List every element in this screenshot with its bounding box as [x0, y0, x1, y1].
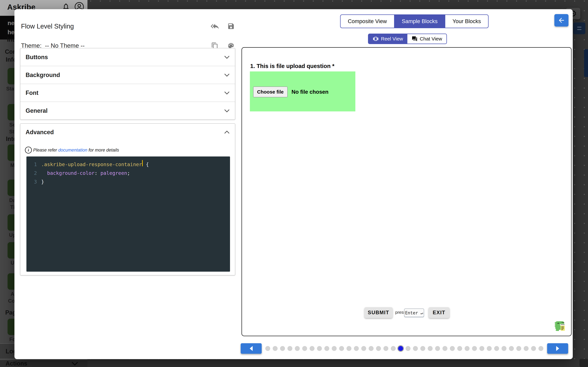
page-dot-16[interactable] [376, 346, 381, 351]
page-dot-4[interactable] [287, 346, 292, 351]
page-dot-23[interactable] [428, 346, 433, 351]
screen: ⚙ Askribe newherInteConvInforStateSeStiI… [0, 0, 588, 367]
page-dot-9[interactable] [324, 346, 329, 351]
page-dot-14[interactable] [361, 346, 366, 351]
page-dot-17[interactable] [383, 346, 388, 351]
page-dot-32[interactable] [494, 346, 499, 351]
caret-left-icon [250, 346, 253, 351]
undo-button[interactable] [210, 22, 219, 31]
documentation-note: i Please refer documentation for more de… [25, 147, 119, 153]
view-tabs: Composite ViewSample BlocksYour Blocks [340, 14, 489, 28]
caret-right-icon [556, 346, 559, 351]
save-icon [227, 22, 235, 30]
page-dot-1[interactable] [265, 346, 270, 351]
page-dot-35[interactable] [516, 346, 521, 351]
accordion-label: Buttons [26, 54, 48, 61]
accordion-section-background[interactable]: Background [20, 66, 235, 84]
chevron-down-icon [224, 91, 230, 95]
page-dot-11[interactable] [339, 346, 344, 351]
info-icon: i [25, 147, 32, 153]
page-dot-13[interactable] [354, 346, 359, 351]
documentation-link[interactable]: documentation [58, 148, 87, 152]
page-dot-8[interactable] [317, 346, 322, 351]
page-dot-20[interactable] [406, 346, 410, 351]
upload-response-container: Choose file No file chosen [250, 71, 355, 111]
page-dot-12[interactable] [346, 346, 351, 351]
accordion-group: ButtonsBackgroundFontGeneral [20, 48, 235, 120]
choose-file-button[interactable]: Choose file [253, 86, 288, 97]
page-dot-38[interactable] [538, 346, 543, 351]
page-dot-15[interactable] [369, 346, 373, 351]
page-dot-22[interactable] [420, 346, 425, 351]
next-page-button[interactable] [547, 343, 568, 354]
pagination-dots [265, 346, 544, 351]
toggle-chat-view[interactable]: Chat View [407, 34, 446, 44]
page-dot-21[interactable] [413, 346, 418, 351]
view-mode-toggle: Reel ViewChat View [368, 33, 447, 44]
page-dot-29[interactable] [472, 346, 477, 351]
page-dot-37[interactable] [531, 346, 536, 351]
chat-view-icon [412, 36, 417, 42]
canvas-side-widget [584, 49, 588, 77]
accordion-section-buttons[interactable]: Buttons [20, 48, 235, 66]
page-dot-24[interactable] [435, 346, 440, 351]
file-status-text: No file chosen [292, 89, 329, 95]
submit-button[interactable]: SUBMIT [364, 307, 393, 318]
enter-key-hint: Enter ↵ [404, 309, 424, 317]
page-dot-6[interactable] [302, 346, 307, 351]
page-dot-19[interactable] [398, 346, 403, 351]
css-editor[interactable]: 1.askribe-upload-response-container {2 b… [26, 157, 230, 272]
chevron-down-icon [224, 73, 230, 77]
canvas-bottom-widget [579, 359, 588, 367]
sidebar-row-actions[interactable]: Actions [0, 360, 87, 367]
page-dot-34[interactable] [509, 346, 514, 351]
accordion-section-font[interactable]: Font [20, 84, 235, 101]
tab-your-blocks[interactable]: Your Blocks [445, 15, 488, 28]
page-dot-26[interactable] [450, 346, 455, 351]
advanced-title: Advanced [26, 129, 54, 136]
page-dot-7[interactable] [310, 346, 314, 351]
page-dot-36[interactable] [524, 346, 529, 351]
page-dot-5[interactable] [295, 346, 300, 351]
file-input: Choose file No file chosen [253, 86, 329, 97]
advanced-header[interactable]: Advanced [20, 124, 235, 141]
accordion-label: Background [26, 72, 60, 78]
chevron-down-icon [224, 55, 230, 59]
accordion-section-general[interactable]: General [20, 101, 235, 119]
page-dot-2[interactable] [273, 346, 277, 351]
line-number: 1 [26, 160, 41, 169]
accordion-label: Font [26, 90, 38, 96]
chevron-down-icon [224, 109, 230, 113]
tab-sample-blocks[interactable]: Sample Blocks [394, 15, 445, 28]
page-dot-27[interactable] [457, 346, 462, 351]
undo-icon [211, 22, 219, 30]
block-preview-panel: 1. This is file upload question * Choose… [242, 47, 571, 336]
page-dot-30[interactable] [479, 346, 484, 351]
tab-composite-view[interactable]: Composite View [341, 15, 394, 28]
page-dot-28[interactable] [465, 346, 469, 351]
back-button[interactable] [554, 14, 569, 26]
flow-level-styling-modal: Flow Level Styling Theme: -- No Theme --… [14, 9, 573, 359]
exit-button[interactable]: EXIT [429, 307, 450, 318]
arrow-left-icon [558, 17, 565, 24]
modal-title: Flow Level Styling [21, 23, 74, 30]
canvas-menu-button[interactable] [573, 22, 585, 34]
chevron-down-icon [71, 361, 78, 366]
line-number: 2 [26, 169, 41, 177]
page-dot-25[interactable] [442, 346, 447, 351]
question-title: 1. This is file upload question * [250, 63, 334, 69]
chevron-up-icon [224, 130, 230, 134]
accordion-label: General [26, 107, 48, 114]
css-editor-lines: 1.askribe-upload-response-container {2 b… [26, 160, 230, 186]
page-dot-31[interactable] [487, 346, 492, 351]
page-dot-10[interactable] [332, 346, 337, 351]
accordion-section-advanced: Advanced i Please refer documentation fo… [20, 123, 235, 275]
reel-view-icon [373, 36, 379, 42]
prev-page-button[interactable] [241, 343, 262, 354]
mascot-crocodile-icon [554, 319, 568, 333]
page-dot-18[interactable] [391, 346, 396, 351]
page-dot-33[interactable] [502, 346, 506, 351]
toggle-reel-view[interactable]: Reel View [369, 34, 407, 44]
page-dot-3[interactable] [280, 346, 285, 351]
save-button[interactable] [227, 22, 235, 31]
